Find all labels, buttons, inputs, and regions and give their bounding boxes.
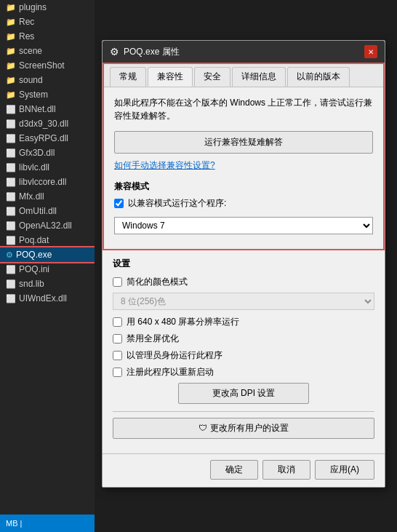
- compat-mode-dropdown[interactable]: Windows 7: [114, 217, 373, 234]
- dialog-content-wrapper: 常规 兼容性 安全 详细信息 以前的版本 如果此程序不能在这个版本的 Windo…: [103, 63, 385, 250]
- restart-label: 注册此程序以重新启动: [127, 366, 214, 378]
- dialog-body: 如果此程序不能在这个版本的 Windows 上正常工作，请尝试运行兼容性疑难解答…: [104, 87, 383, 249]
- tab-bar: 常规 兼容性 安全 详细信息 以前的版本: [104, 64, 383, 87]
- compat-mode-section-label: 兼容模式: [114, 180, 373, 193]
- compat-mode-label: 以兼容模式运行这个程序:: [128, 197, 226, 210]
- admin-label: 以管理员身份运行此程序: [127, 349, 222, 362]
- settings-section: 设置 简化的颜色模式 8 位(256)色 用 640 x 480 屏幕分辨率运行…: [103, 250, 385, 453]
- fullscreen-label: 禁用全屏优化: [127, 333, 179, 345]
- color-mode-label: 简化的颜色模式: [127, 276, 188, 288]
- settings-section-title: 设置: [113, 258, 374, 270]
- dpi-settings-button[interactable]: 更改高 DPI 设置: [178, 383, 309, 404]
- fullscreen-checkbox-row: 禁用全屏优化: [113, 333, 374, 345]
- dialog-titlebar: ⚙ POQ.exe 属性 ✕: [103, 41, 385, 63]
- resolution-checkbox[interactable]: [113, 317, 122, 327]
- admin-checkbox-row: 以管理员身份运行此程序: [113, 349, 374, 362]
- close-button[interactable]: ✕: [364, 45, 377, 58]
- apply-button[interactable]: 应用(A): [315, 460, 374, 480]
- admin-checkbox[interactable]: [113, 351, 122, 360]
- color-mode-checkbox-row: 简化的颜色模式: [113, 276, 374, 288]
- manual-settings-link[interactable]: 如何手动选择兼容性设置?: [114, 159, 373, 172]
- ok-button[interactable]: 确定: [210, 460, 258, 480]
- properties-dialog: ⚙ POQ.exe 属性 ✕ 常规 兼容性 安全 详细信息 以前的版本 如果此程…: [102, 40, 385, 488]
- dialog-footer: 确定 取消 应用(A): [103, 453, 385, 487]
- resolution-label: 用 640 x 480 屏幕分辨率运行: [127, 316, 239, 328]
- resolution-checkbox-row: 用 640 x 480 屏幕分辨率运行: [113, 316, 374, 328]
- tab-compatibility[interactable]: 兼容性: [148, 67, 193, 87]
- compat-mode-checkbox-row: 以兼容模式运行这个程序:: [114, 197, 373, 210]
- app-icon: ⚙: [110, 46, 119, 57]
- tab-security[interactable]: 安全: [194, 67, 230, 87]
- dialog-backdrop: ⚙ POQ.exe 属性 ✕ 常规 兼容性 安全 详细信息 以前的版本 如果此程…: [0, 0, 397, 532]
- divider: [113, 411, 374, 412]
- info-text: 如果此程序不能在这个版本的 Windows 上正常工作，请尝试运行兼容性疑难解答…: [114, 96, 373, 122]
- fullscreen-checkbox[interactable]: [113, 334, 122, 344]
- tab-details[interactable]: 详细信息: [232, 67, 286, 87]
- restart-checkbox[interactable]: [113, 368, 122, 377]
- tab-previous-versions[interactable]: 以前的版本: [287, 67, 350, 87]
- color-depth-dropdown: 8 位(256)色: [113, 293, 374, 310]
- compat-mode-checkbox[interactable]: [114, 199, 124, 208]
- cancel-button[interactable]: 取消: [262, 460, 310, 480]
- troubleshoot-button[interactable]: 运行兼容性疑难解答: [114, 131, 373, 154]
- tab-general[interactable]: 常规: [110, 67, 146, 87]
- titlebar-left: ⚙ POQ.exe 属性: [110, 46, 180, 58]
- all-users-button[interactable]: 🛡 更改所有用户的设置: [113, 418, 374, 439]
- color-mode-checkbox[interactable]: [113, 277, 122, 287]
- dialog-title: POQ.exe 属性: [124, 46, 180, 58]
- restart-checkbox-row: 注册此程序以重新启动: [113, 366, 374, 378]
